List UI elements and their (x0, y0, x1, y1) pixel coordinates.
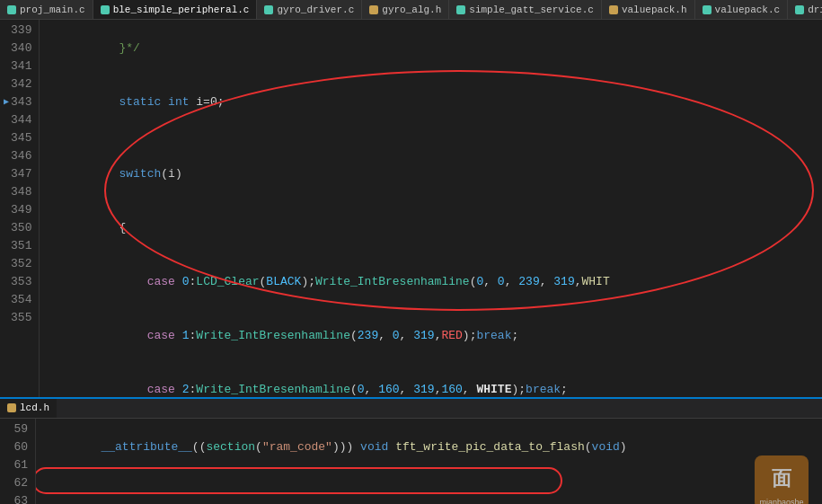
pln-59: 59 (4, 420, 28, 438)
panel-code-line-61 (45, 492, 822, 504)
tab-label-ble: ble_simple_peripheral.c (113, 4, 250, 15)
code-line-340: static int i=0; (49, 75, 822, 129)
ln-353: 353 (4, 273, 31, 291)
ln-344: 344 (4, 111, 31, 129)
ln-352: 352 (4, 255, 31, 273)
ln-341: 341 (4, 57, 31, 75)
ln-340: 340 (4, 40, 31, 57)
code-line-344: case 0:LCD_Clear(BLACK);Write_IntBresenh… (49, 255, 822, 309)
tab-icon-proj-main (7, 5, 16, 14)
ln-343: ▶343 (4, 93, 31, 111)
tab-icon-driver-i (795, 5, 804, 14)
ln-351: 351 (4, 237, 31, 255)
tab-icon-gyro-alg (369, 5, 378, 14)
tab-icon-ble (101, 5, 110, 14)
ln-349: 349 (4, 201, 31, 219)
panel-code-lines[interactable]: __attribute__((section("ram_code"))) voi… (36, 419, 822, 504)
code-line-342: switch(i) (49, 147, 822, 201)
tab-label-valuepack-c: valuepack.c (715, 4, 781, 15)
code-line-346: case 2:Write_IntBresenhamline(0, 160, 31… (49, 363, 822, 397)
code-line-345: case 1:Write_IntBresenhamline(239, 0, 31… (49, 309, 822, 363)
ln-350: 350 (4, 219, 31, 237)
ln-355: 355 (4, 309, 31, 327)
pln-61: 61 (4, 456, 28, 474)
code-line-341 (49, 129, 822, 147)
code-line-343: { (49, 201, 822, 255)
bottom-panel: lcd.h 59 60 61 62 63 __attribute__((sect… (0, 397, 822, 504)
main-editor: 339 340 341 342 ▶343 344 345 346 347 348… (0, 20, 822, 397)
tab-icon-valuepack-h (609, 5, 618, 14)
tab-label-valuepack-h: valuepack.h (622, 4, 687, 15)
tab-label-simple-gatt: simple_gatt_service.c (469, 4, 594, 15)
tab-label-gyro-driver: gyro_driver.c (277, 4, 354, 15)
panel-tab-icon-lcd (7, 403, 16, 412)
tab-gyro-alg[interactable]: gyro_alg.h (362, 0, 449, 19)
ln-354: 354 (4, 291, 31, 309)
panel-line-numbers: 59 60 61 62 63 (0, 419, 36, 504)
tab-icon-simple-gatt (456, 5, 465, 14)
tab-bar: proj_main.c ble_simple_peripheral.c gyro… (0, 0, 822, 20)
tab-label-gyro-alg: gyro_alg.h (382, 4, 441, 15)
panel-code-line-59: __attribute__((section("ram_code"))) voi… (45, 420, 822, 474)
ln-348: 348 (4, 183, 31, 201)
panel-code-line-60 (45, 474, 822, 492)
tab-gyro-driver[interactable]: gyro_driver.c (257, 0, 362, 19)
watermark: 面 mianbaoshe (750, 451, 813, 504)
tab-label-proj-main: proj_main.c (20, 4, 85, 15)
panel-code-area: 59 60 61 62 63 __attribute__((section("r… (0, 419, 822, 504)
tab-label-driver-i: driver_i (808, 4, 822, 15)
watermark-svg: 面 mianbaoshe (750, 451, 813, 504)
code-area: 339 340 341 342 ▶343 344 345 346 347 348… (0, 20, 822, 397)
ln-347: 347 (4, 165, 31, 183)
tab-simple-gatt-service[interactable]: simple_gatt_service.c (449, 0, 602, 19)
pln-60: 60 (4, 438, 28, 456)
panel-tab-lcd[interactable]: lcd.h (0, 399, 57, 418)
pln-63: 63 (4, 492, 28, 504)
panel-tab-label-lcd: lcd.h (20, 402, 49, 413)
tab-icon-valuepack-c (703, 5, 712, 14)
code-line-339: }*/ (49, 22, 822, 75)
tab-proj-main[interactable]: proj_main.c (0, 0, 93, 19)
line-numbers: 339 340 341 342 ▶343 344 345 346 347 348… (0, 20, 40, 397)
svg-text:mianbaoshe: mianbaoshe (759, 498, 803, 504)
pln-62: 62 (4, 474, 28, 492)
svg-text:面: 面 (772, 467, 792, 490)
ln-345: 345 (4, 129, 31, 147)
tab-valuepack-c[interactable]: valuepack.c (695, 0, 789, 19)
tab-driver-i[interactable]: driver_i (788, 0, 822, 19)
tab-icon-gyro-driver (264, 5, 273, 14)
tab-ble-simple-peripheral[interactable]: ble_simple_peripheral.c (93, 0, 258, 19)
ln-342: 342 (4, 75, 31, 93)
panel-tab-bar: lcd.h (0, 399, 822, 419)
tab-valuepack-h[interactable]: valuepack.h (602, 0, 695, 19)
ln-339: 339 (4, 22, 31, 40)
ln-346: 346 (4, 147, 31, 165)
code-lines[interactable]: }*/ static int i=0; switch(i) { case 0:L… (40, 20, 822, 397)
